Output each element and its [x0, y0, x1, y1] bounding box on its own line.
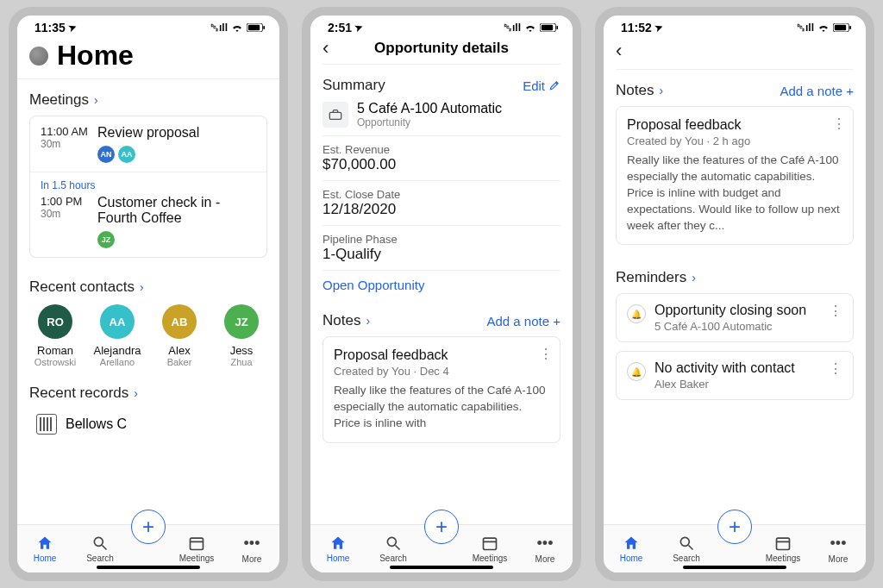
search-icon: [678, 535, 695, 552]
avatar-placeholder[interactable]: [29, 47, 48, 66]
phone-opportunity-details: 2:51 ➤ ␒ıll ‹ Opportunity details Summar…: [302, 7, 581, 581]
chevron-right-icon: ›: [134, 386, 138, 400]
contact-item[interactable]: RO Roman Ostrowski: [29, 304, 81, 367]
more-icon: •••: [244, 535, 260, 553]
opportunity-header: 5 Café A-100 Automatic Opportunity: [323, 101, 560, 135]
status-time: 11:35: [34, 21, 66, 34]
recent-contacts-header[interactable]: Recent contacts ›: [29, 278, 144, 296]
tab-more[interactable]: ••• More: [521, 535, 569, 564]
tab-more[interactable]: ••• More: [814, 535, 862, 564]
fab-new[interactable]: +: [131, 510, 166, 544]
meeting-duration: 30m: [41, 138, 89, 150]
relative-time-label: In 1.5 hours: [30, 172, 266, 191]
back-button[interactable]: ‹: [323, 37, 329, 59]
status-icons: ␒ıll: [210, 22, 266, 34]
back-button[interactable]: ‹: [616, 40, 622, 62]
status-bar: 2:51 ➤ ␒ıll: [310, 16, 573, 36]
contact-item[interactable]: AB Alex Baker: [153, 304, 205, 367]
edit-button[interactable]: Edit: [523, 78, 560, 93]
svg-line-4: [103, 546, 107, 550]
home-icon: [36, 535, 53, 552]
home-icon: [623, 535, 640, 552]
svg-rect-16: [835, 25, 846, 31]
more-icon[interactable]: ⋮: [829, 360, 842, 377]
svg-rect-9: [556, 26, 558, 29]
svg-rect-13: [484, 538, 497, 549]
tab-more[interactable]: ••• More: [228, 535, 276, 564]
wifi-icon: [231, 23, 243, 32]
wifi-icon: [817, 23, 830, 32]
avatar-an: AN: [97, 146, 115, 163]
status-icons: ␒ıll: [797, 22, 852, 34]
calendar-icon: [188, 535, 205, 552]
location-arrow-icon: ➤: [67, 21, 78, 34]
tab-meetings[interactable]: Meetings: [466, 535, 514, 563]
meetings-header[interactable]: Meetings ›: [29, 91, 98, 109]
status-time: 11:52: [621, 21, 652, 34]
reminder-card[interactable]: 🔔 No activity with contact Alex Baker ⋮: [616, 351, 854, 400]
note-card[interactable]: ⋮ Proposal feedback Created by You · Dec…: [323, 336, 560, 443]
tab-meetings[interactable]: Meetings: [172, 535, 221, 563]
tab-search[interactable]: Search: [76, 535, 124, 563]
open-opportunity-link[interactable]: Open Opportunity: [323, 278, 560, 292]
reminder-subtitle: Alex Baker: [654, 378, 820, 391]
tab-meetings[interactable]: Meetings: [759, 535, 807, 563]
recent-records-header[interactable]: Recent records ›: [29, 385, 138, 402]
fab-new[interactable]: +: [717, 510, 752, 544]
summary-label: Summary: [323, 77, 385, 94]
signal-icon: ␒ıll: [797, 22, 814, 34]
more-icon[interactable]: ⋮: [829, 303, 842, 319]
home-indicator: [683, 566, 786, 569]
opportunity-type: Opportunity: [357, 116, 502, 128]
contact-item[interactable]: JZ Jess Zhua: [216, 304, 267, 367]
tab-home[interactable]: Home: [21, 535, 69, 563]
battery-icon: [833, 23, 852, 32]
note-title: Proposal feedback: [627, 117, 842, 133]
more-icon[interactable]: ⋮: [539, 346, 553, 362]
status-bar: 11:52 ➤ ␒ıll: [604, 16, 866, 36]
avatar-aa: AA: [118, 146, 135, 163]
add-note-button[interactable]: Add a note +: [780, 84, 855, 98]
add-note-button[interactable]: Add a note +: [487, 314, 561, 328]
attendee-avatars: AN AA: [97, 146, 256, 163]
note-body: Really like the features of the Café A-1…: [334, 383, 549, 432]
briefcase-icon: [323, 102, 348, 128]
tab-home[interactable]: Home: [607, 535, 655, 563]
contact-item[interactable]: AA Alejandra Arellano: [91, 304, 143, 367]
meeting-time: 11:00 AM: [41, 125, 89, 138]
meeting-card-1[interactable]: 11:00 AM 30m Review proposal AN AA In 1.…: [29, 116, 267, 258]
est-close-label: Est. Close Date: [323, 188, 560, 201]
svg-rect-2: [263, 26, 265, 29]
note-title: Proposal feedback: [334, 347, 549, 363]
svg-rect-10: [329, 112, 341, 119]
notes-header[interactable]: Notes ›: [323, 312, 370, 329]
record-name: Bellows C: [66, 416, 127, 432]
record-item[interactable]: Bellows C: [29, 409, 267, 440]
svg-point-18: [680, 537, 689, 546]
tab-search[interactable]: Search: [369, 535, 417, 563]
tab-home[interactable]: Home: [314, 535, 362, 563]
bell-icon: 🔔: [627, 362, 646, 381]
meeting-title: Customer check in - Fourth Coffee: [97, 195, 256, 226]
note-card[interactable]: ⋮ Proposal feedback Created by You · 2 h…: [616, 106, 854, 245]
calendar-icon: [774, 535, 792, 552]
pipeline-label: Pipeline Phase: [323, 233, 560, 246]
notes-header[interactable]: Notes ›: [616, 82, 663, 99]
reminder-card[interactable]: 🔔 Opportunity closing soon 5 Café A-100 …: [616, 293, 854, 342]
opportunity-name: 5 Café A-100 Automatic: [357, 101, 502, 116]
tab-search[interactable]: Search: [662, 535, 711, 563]
chevron-right-icon: ›: [366, 314, 370, 328]
reminder-title: No activity with contact: [654, 360, 820, 376]
meeting-time: 1:00 PM: [41, 195, 89, 208]
bell-icon: 🔔: [627, 304, 646, 323]
more-icon: •••: [537, 535, 554, 553]
status-icons: ␒ıll: [504, 22, 559, 34]
reminders-header[interactable]: Reminders ›: [616, 269, 696, 286]
account-icon: [36, 414, 57, 435]
calendar-icon: [481, 535, 498, 552]
svg-rect-1: [248, 25, 260, 31]
svg-rect-17: [849, 26, 851, 29]
more-icon[interactable]: ⋮: [832, 116, 846, 132]
note-meta: Created by You · 2 h ago: [627, 134, 842, 147]
fab-new[interactable]: +: [424, 510, 459, 544]
